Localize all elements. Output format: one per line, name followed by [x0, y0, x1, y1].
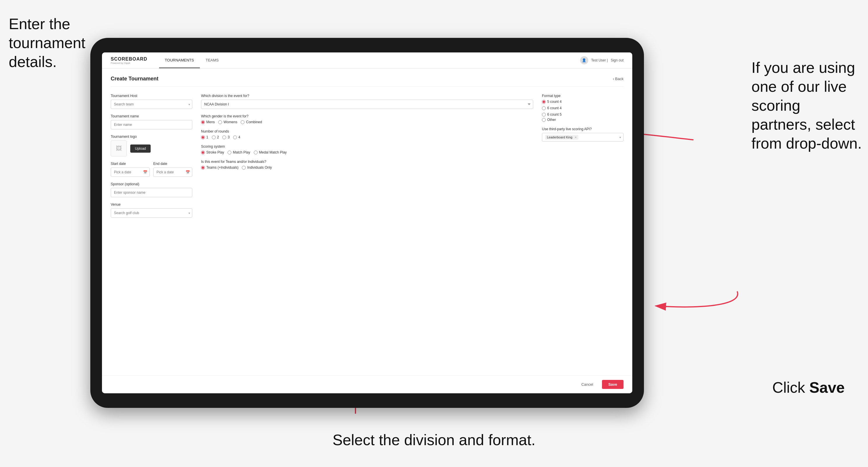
live-scoring-tag: Leaderboard King ×	[545, 135, 578, 139]
scoring-stroke[interactable]: Stroke Play	[201, 150, 224, 154]
app-navbar: SCOREBOARD Powered by Clippit TOURNAMENT…	[102, 53, 632, 68]
logo-sub-text: Powered by Clippit	[111, 62, 148, 64]
format-5count4[interactable]: 5 count 4	[542, 100, 624, 104]
cancel-button[interactable]: Cancel	[576, 380, 599, 389]
form-columns: Tournament Host ▾ Tournament name	[111, 94, 624, 223]
rounds-1[interactable]: 1	[201, 135, 208, 139]
format-6count5[interactable]: 6 count 5	[542, 113, 624, 117]
start-date-label: Start date	[111, 162, 150, 166]
annotation-bottom-center: Select the division and format.	[333, 431, 535, 449]
format-type-label: Format type	[542, 94, 624, 98]
tournament-host-group: Tournament Host ▾	[111, 94, 192, 109]
back-link[interactable]: Back	[613, 76, 624, 81]
nav-tab-tournaments[interactable]: TOURNAMENTS	[159, 53, 200, 68]
gender-mens[interactable]: Mens	[201, 120, 215, 124]
gender-radio-group: Mens Womens Combined	[201, 120, 533, 124]
tournament-host-label: Tournament Host	[111, 94, 192, 98]
app-logo: SCOREBOARD Powered by Clippit	[111, 57, 148, 64]
app-content: Create Tournament Back Tournament Host ▾	[102, 68, 632, 375]
live-scoring-wrap[interactable]: Leaderboard King × ▾	[542, 133, 624, 142]
start-date-wrap: 📅	[111, 167, 150, 177]
form-title: Create Tournament	[111, 76, 158, 82]
scoring-medal[interactable]: Medal Match Play	[254, 150, 287, 154]
nav-right: 👤 Test User | Sign out	[580, 56, 624, 64]
division-group: Which division is the event for? NCAA Di…	[201, 94, 533, 109]
user-label: Test User |	[591, 58, 608, 62]
tablet-screen: SCOREBOARD Powered by Clippit TOURNAMENT…	[102, 53, 632, 393]
tournament-logo-label: Tournament logo	[111, 134, 192, 139]
venue-label: Venue	[111, 203, 192, 207]
scoring-group: Scoring system Stroke Play Match Play	[201, 145, 533, 154]
signout-link[interactable]: Sign out	[611, 58, 624, 62]
sponsor-label: Sponsor (optional)	[111, 182, 192, 186]
scoring-match[interactable]: Match Play	[227, 150, 250, 154]
nav-tab-teams[interactable]: TEAMS	[200, 53, 225, 68]
end-date-wrap: 📅	[153, 167, 192, 177]
live-scoring-value: Leaderboard King	[547, 135, 572, 139]
logo-upload-area: 🖼 Upload	[111, 141, 192, 156]
sponsor-input[interactable]	[111, 188, 192, 197]
tournament-host-input[interactable]	[111, 100, 192, 109]
scoring-label: Scoring system	[201, 145, 533, 149]
venue-input[interactable]	[111, 208, 192, 218]
tournament-name-group: Tournament name	[111, 114, 192, 129]
tournament-name-input[interactable]	[111, 120, 192, 129]
live-scoring-group: Use third-party live scoring API? Leader…	[542, 127, 624, 142]
format-6count4[interactable]: 6 count 4	[542, 106, 624, 110]
form-col-left: Tournament Host ▾ Tournament name	[111, 94, 192, 223]
save-button[interactable]: Save	[602, 380, 624, 389]
annotation-top-right: If you are using one of our live scoring…	[751, 58, 862, 153]
annotation-save-bold: Save	[809, 379, 845, 396]
tournament-logo-group: Tournament logo 🖼 Upload	[111, 134, 192, 156]
gender-combined[interactable]: Combined	[241, 120, 262, 124]
tournament-name-label: Tournament name	[111, 114, 192, 118]
live-scoring-chevron: ▾	[619, 136, 621, 139]
teams-label: Is this event for Teams and/or Individua…	[201, 160, 533, 164]
calendar-icon-end: 📅	[186, 170, 190, 174]
upload-button[interactable]: Upload	[130, 145, 151, 153]
gender-group: Which gender is the event for? Mens Wome…	[201, 114, 533, 124]
logo-placeholder: 🖼	[111, 141, 127, 156]
annotation-bottom-right: Click Save	[772, 378, 845, 397]
venue-input-wrap: ▾	[111, 208, 192, 218]
teams-group: Is this event for Teams and/or Individua…	[201, 160, 533, 169]
sponsor-group: Sponsor (optional)	[111, 182, 192, 197]
nav-tabs: TOURNAMENTS TEAMS	[159, 53, 225, 68]
end-date-group: End date 📅	[153, 162, 192, 177]
start-date-group: Start date 📅	[111, 162, 150, 177]
format-other: Other	[542, 118, 624, 122]
tablet-frame: SCOREBOARD Powered by Clippit TOURNAMENT…	[90, 38, 644, 408]
gender-label: Which gender is the event for?	[201, 114, 533, 118]
live-scoring-clear[interactable]: ×	[575, 135, 576, 139]
rounds-4[interactable]: 4	[233, 135, 240, 139]
teams-radio-group: Teams (+Individuals) Individuals Only	[201, 165, 533, 169]
user-avatar: 👤	[580, 56, 588, 64]
rounds-2[interactable]: 2	[212, 135, 219, 139]
dropdown-arrow-icon: ▾	[188, 103, 190, 106]
division-select[interactable]: NCAA Division I	[201, 100, 533, 109]
form-header: Create Tournament Back	[111, 76, 624, 87]
form-col-right: Format type 5 count 4 6 count 4	[542, 94, 624, 223]
teams-option[interactable]: Teams (+Individuals)	[201, 165, 238, 169]
end-date-label: End date	[153, 162, 192, 166]
date-row: Start date 📅 End date	[111, 162, 192, 177]
division-label: Which division is the event for?	[201, 94, 533, 98]
calendar-icon: 📅	[143, 170, 148, 174]
venue-group: Venue ▾	[111, 203, 192, 218]
rounds-label: Number of rounds	[201, 129, 533, 133]
form-col-middle: Which division is the event for? NCAA Di…	[201, 94, 533, 223]
live-scoring-label: Use third-party live scoring API?	[542, 127, 624, 131]
format-options: 5 count 4 6 count 4 6 count 5	[542, 100, 624, 117]
logo-main-text: SCOREBOARD	[111, 57, 148, 61]
rounds-3[interactable]: 3	[222, 135, 229, 139]
scoring-radio-group: Stroke Play Match Play Medal Match Play	[201, 150, 533, 154]
format-other-radio[interactable]	[542, 118, 546, 122]
individuals-option[interactable]: Individuals Only	[242, 165, 272, 169]
annotation-top-left: Enter the tournament details.	[9, 14, 90, 71]
format-type-group: Format type 5 count 4 6 count 4	[542, 94, 624, 122]
form-container: Create Tournament Back Tournament Host ▾	[102, 68, 632, 375]
rounds-radio-group: 1 2 3	[201, 135, 533, 139]
date-group: Start date 📅 End date	[111, 162, 192, 177]
venue-dropdown-icon: ▾	[188, 212, 190, 215]
gender-womens[interactable]: Womens	[218, 120, 237, 124]
